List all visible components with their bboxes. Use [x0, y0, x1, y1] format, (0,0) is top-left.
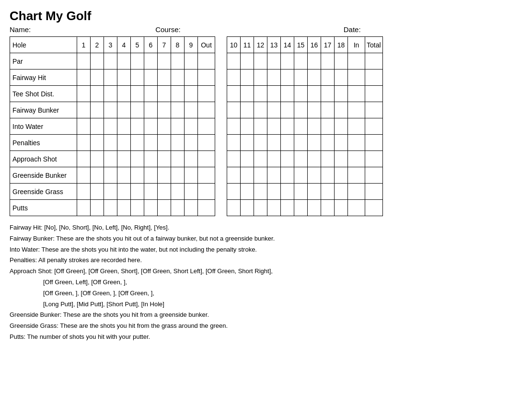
data-cell[interactable]: [144, 53, 158, 69]
data-cell[interactable]: [365, 86, 383, 102]
data-cell[interactable]: [348, 102, 365, 118]
data-cell[interactable]: [281, 86, 294, 102]
data-cell[interactable]: [308, 118, 321, 135]
data-cell[interactable]: [281, 184, 294, 200]
data-cell[interactable]: [117, 118, 131, 135]
data-cell[interactable]: [365, 135, 383, 151]
data-cell[interactable]: [91, 69, 104, 86]
data-cell[interactable]: [254, 118, 267, 135]
data-cell[interactable]: [227, 86, 241, 102]
data-cell[interactable]: [348, 118, 365, 135]
data-cell[interactable]: [281, 167, 294, 184]
data-cell[interactable]: [281, 118, 294, 135]
data-cell[interactable]: [241, 102, 254, 118]
data-cell[interactable]: [117, 102, 131, 118]
data-cell[interactable]: [348, 53, 365, 69]
data-cell[interactable]: [267, 184, 281, 200]
data-cell[interactable]: [198, 102, 215, 118]
data-cell[interactable]: [104, 69, 117, 86]
data-cell[interactable]: [348, 167, 365, 184]
data-cell[interactable]: [365, 118, 383, 135]
data-cell[interactable]: [308, 135, 321, 151]
data-cell[interactable]: [171, 118, 185, 135]
data-cell[interactable]: [104, 135, 117, 151]
data-cell[interactable]: [321, 118, 335, 135]
data-cell[interactable]: [198, 69, 215, 86]
data-cell[interactable]: [294, 135, 308, 151]
data-cell[interactable]: [185, 200, 198, 216]
data-cell[interactable]: [144, 69, 158, 86]
data-cell[interactable]: [365, 102, 383, 118]
data-cell[interactable]: [348, 151, 365, 167]
data-cell[interactable]: [104, 118, 117, 135]
data-cell[interactable]: [144, 151, 158, 167]
data-cell[interactable]: [198, 167, 215, 184]
data-cell[interactable]: [77, 167, 91, 184]
data-cell[interactable]: [117, 200, 131, 216]
data-cell[interactable]: [227, 69, 241, 86]
data-cell[interactable]: [104, 151, 117, 167]
data-cell[interactable]: [308, 184, 321, 200]
data-cell[interactable]: [185, 151, 198, 167]
data-cell[interactable]: [348, 200, 365, 216]
data-cell[interactable]: [241, 151, 254, 167]
data-cell[interactable]: [227, 151, 241, 167]
data-cell[interactable]: [144, 200, 158, 216]
data-cell[interactable]: [254, 135, 267, 151]
data-cell[interactable]: [77, 86, 91, 102]
data-cell[interactable]: [158, 69, 171, 86]
data-cell[interactable]: [131, 118, 144, 135]
data-cell[interactable]: [131, 184, 144, 200]
data-cell[interactable]: [158, 86, 171, 102]
data-cell[interactable]: [144, 184, 158, 200]
data-cell[interactable]: [267, 167, 281, 184]
data-cell[interactable]: [348, 184, 365, 200]
data-cell[interactable]: [335, 102, 348, 118]
data-cell[interactable]: [281, 53, 294, 69]
data-cell[interactable]: [335, 200, 348, 216]
data-cell[interactable]: [294, 167, 308, 184]
data-cell[interactable]: [117, 53, 131, 69]
data-cell[interactable]: [131, 86, 144, 102]
data-cell[interactable]: [294, 69, 308, 86]
data-cell[interactable]: [308, 53, 321, 69]
data-cell[interactable]: [348, 135, 365, 151]
data-cell[interactable]: [158, 200, 171, 216]
data-cell[interactable]: [254, 151, 267, 167]
data-cell[interactable]: [171, 135, 185, 151]
data-cell[interactable]: [321, 135, 335, 151]
data-cell[interactable]: [241, 167, 254, 184]
data-cell[interactable]: [321, 53, 335, 69]
data-cell[interactable]: [158, 184, 171, 200]
data-cell[interactable]: [294, 53, 308, 69]
data-cell[interactable]: [365, 151, 383, 167]
data-cell[interactable]: [144, 102, 158, 118]
data-cell[interactable]: [171, 151, 185, 167]
data-cell[interactable]: [281, 69, 294, 86]
data-cell[interactable]: [254, 53, 267, 69]
data-cell[interactable]: [171, 184, 185, 200]
data-cell[interactable]: [77, 53, 91, 69]
data-cell[interactable]: [158, 151, 171, 167]
data-cell[interactable]: [294, 86, 308, 102]
data-cell[interactable]: [131, 151, 144, 167]
data-cell[interactable]: [77, 200, 91, 216]
data-cell[interactable]: [91, 167, 104, 184]
data-cell[interactable]: [117, 151, 131, 167]
data-cell[interactable]: [267, 53, 281, 69]
data-cell[interactable]: [131, 69, 144, 86]
data-cell[interactable]: [171, 167, 185, 184]
data-cell[interactable]: [91, 151, 104, 167]
data-cell[interactable]: [365, 53, 383, 69]
data-cell[interactable]: [91, 184, 104, 200]
data-cell[interactable]: [321, 86, 335, 102]
data-cell[interactable]: [104, 200, 117, 216]
data-cell[interactable]: [254, 69, 267, 86]
data-cell[interactable]: [227, 184, 241, 200]
data-cell[interactable]: [321, 69, 335, 86]
data-cell[interactable]: [335, 184, 348, 200]
data-cell[interactable]: [241, 184, 254, 200]
data-cell[interactable]: [348, 69, 365, 86]
data-cell[interactable]: [267, 135, 281, 151]
data-cell[interactable]: [321, 151, 335, 167]
